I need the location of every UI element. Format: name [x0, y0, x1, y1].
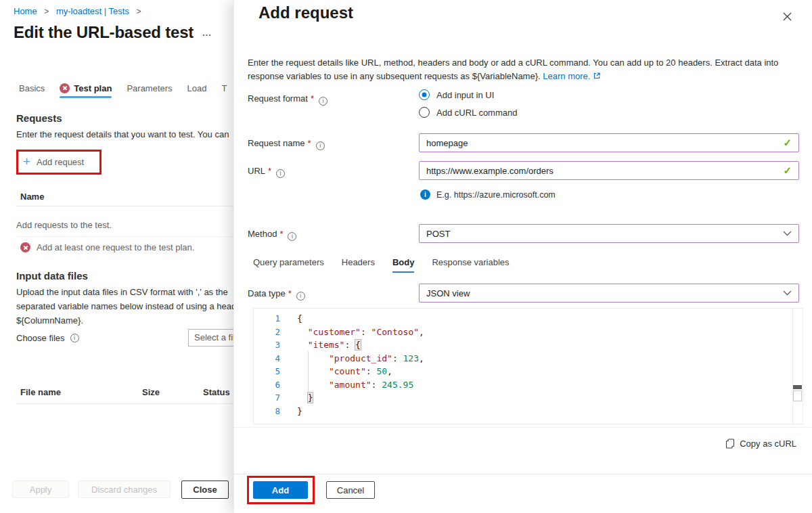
line-number: 2: [254, 327, 280, 337]
line-number: 5: [254, 366, 280, 376]
cancel-button[interactable]: Cancel: [326, 481, 375, 499]
radio-label: Add input in UI: [436, 90, 494, 100]
code-line: 8 }: [254, 405, 803, 418]
tab-truncated[interactable]: T: [222, 83, 227, 93]
line-number: 1: [254, 313, 280, 324]
tab-label: Load: [187, 83, 207, 93]
info-filled-icon: i: [420, 189, 430, 200]
required-marker: *: [311, 93, 314, 104]
editor-scrollbar-track: [792, 309, 793, 424]
input-files-description-line: Upload the input data files in CSV forma…: [16, 285, 233, 299]
breadcrumb: Home > my-loadtest | Tests >: [14, 6, 146, 16]
url-label: URL*i: [248, 166, 285, 178]
divider: [16, 236, 233, 237]
tab-basics[interactable]: Basics: [19, 83, 45, 93]
radio-unselected-icon: [419, 107, 430, 118]
close-button[interactable]: Close: [181, 481, 229, 499]
tab-query-parameters[interactable]: Query parameters: [253, 257, 324, 267]
copy-as-curl-label: Copy as cURL: [740, 439, 796, 449]
info-icon[interactable]: i: [316, 141, 325, 150]
required-marker: *: [268, 166, 271, 176]
add-button[interactable]: Add: [253, 481, 308, 499]
divider: [16, 206, 233, 206]
json-token: }: [297, 406, 302, 416]
tab-label: Parameters: [127, 83, 172, 93]
tab-headers[interactable]: Headers: [342, 257, 375, 267]
line-number: 3: [254, 340, 280, 350]
chevron-down-icon: [783, 290, 792, 296]
tab-parameters[interactable]: Parameters: [127, 83, 172, 93]
valid-check-icon: ✓: [783, 137, 792, 149]
input-files-description-line: separated variable names below instead o…: [16, 299, 233, 313]
data-type-label: Data type*i: [248, 288, 305, 300]
copy-as-curl-button[interactable]: Copy as cURL: [725, 439, 796, 449]
code-line: 2 "customer": "Contoso",: [254, 326, 803, 339]
error-badge-icon: [60, 83, 70, 93]
divider: [234, 474, 812, 474]
external-link-icon: [593, 72, 601, 80]
code-line: 7 }: [254, 391, 803, 405]
url-input[interactable]: https://www.example.com/orders ✓: [419, 161, 799, 180]
copy-icon: [725, 439, 735, 449]
json-token: [297, 380, 329, 390]
plus-icon: +: [23, 156, 30, 167]
select-value: POST: [426, 229, 450, 239]
radio-selected-icon: [419, 89, 430, 100]
info-icon[interactable]: i: [296, 292, 305, 300]
breadcrumb-tests-link[interactable]: my-loadtest | Tests: [56, 6, 129, 16]
breadcrumb-home-link[interactable]: Home: [14, 6, 37, 16]
json-body-editor[interactable]: 1 { 2 "customer": "Contoso", 3 "items": …: [253, 308, 803, 424]
json-key: "amount": [329, 380, 371, 390]
file-picker-input[interactable]: Select a fil: [188, 329, 233, 347]
json-string: "Contoso": [371, 327, 419, 337]
json-token: [297, 327, 308, 337]
error-icon: [20, 242, 30, 252]
json-token: :: [371, 380, 382, 390]
label-text: Method: [248, 229, 277, 239]
input-value: https://www.example.com/orders: [426, 166, 554, 176]
editor-scrollbar-thumb[interactable]: [793, 385, 802, 389]
method-label: Method*i: [248, 229, 296, 241]
info-icon[interactable]: i: [276, 169, 285, 178]
requests-heading: Requests: [16, 112, 62, 124]
info-icon[interactable]: i: [70, 334, 79, 342]
request-name-input[interactable]: homepage ✓: [419, 133, 799, 152]
editor-scrollbar-decoration: [793, 391, 802, 401]
tab-label: T: [222, 83, 227, 93]
tab-test-plan[interactable]: Test plan: [60, 83, 112, 93]
json-token: ,: [419, 353, 424, 363]
request-detail-tabs: Query parameters Headers Body Response v…: [253, 257, 510, 267]
tab-body[interactable]: Body: [392, 257, 415, 267]
data-type-select[interactable]: JSON view: [419, 284, 799, 303]
panel-close-icon[interactable]: [780, 9, 794, 24]
divider: [234, 427, 812, 428]
json-key: "customer": [308, 327, 361, 337]
requests-validation-error: Add at least one request to the test pla…: [20, 242, 194, 252]
requests-empty-message: Add requests to the test.: [16, 220, 112, 230]
line-number: 4: [254, 353, 280, 363]
apply-button[interactable]: Apply: [12, 481, 69, 498]
line-number: 6: [254, 380, 280, 390]
json-number: 123: [403, 353, 419, 363]
tab-response-variables[interactable]: Response variables: [432, 257, 509, 267]
tab-load[interactable]: Load: [187, 83, 207, 93]
json-number: 50: [376, 366, 387, 376]
radio-add-curl-command[interactable]: Add cURL command: [419, 107, 517, 118]
add-request-button[interactable]: + Add request: [23, 156, 84, 167]
json-token: [297, 393, 308, 403]
radio-add-input-in-ui[interactable]: Add input in UI: [419, 89, 494, 100]
add-request-label: Add request: [37, 157, 84, 167]
json-key: "items": [308, 340, 345, 350]
info-icon[interactable]: i: [288, 232, 296, 241]
label-text: Request format: [248, 93, 308, 104]
panel-description: Enter the request details like URL, meth…: [248, 56, 796, 83]
method-select[interactable]: POST: [419, 224, 799, 243]
learn-more-link[interactable]: Learn more.: [543, 71, 590, 81]
input-files-description-line: ${ColumnName}.: [16, 313, 233, 328]
json-token: [297, 353, 329, 363]
more-options-button[interactable]: ...: [202, 28, 212, 38]
json-token: :: [392, 353, 403, 363]
json-key: "count": [329, 366, 366, 376]
info-icon[interactable]: i: [319, 97, 328, 106]
discard-changes-button[interactable]: Discard changes: [78, 481, 171, 498]
